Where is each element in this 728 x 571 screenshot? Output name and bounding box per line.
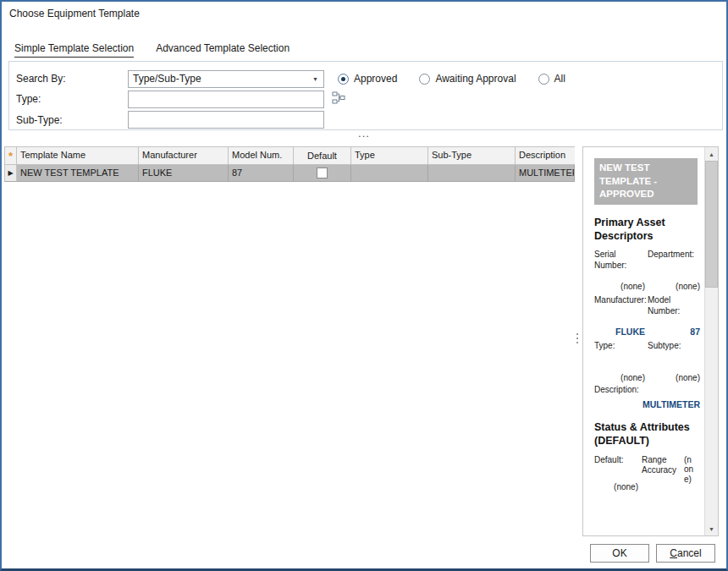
column-header-sub-type[interactable]: Sub-Type	[428, 146, 516, 165]
template-grid: * Template Name Manufacturer Model Num. …	[4, 146, 575, 182]
hierarchy-lookup-icon	[332, 91, 345, 107]
manufacturer-field: Manufacturer: FLUKE	[594, 295, 645, 338]
detail-header-badge: NEW TEST TEMPLATE - APPROVED	[594, 158, 698, 205]
type-field: Type: (none)	[594, 341, 645, 383]
grid-row-new-test-template[interactable]: ▶ NEW TEST TEMPLATE FLUKE 87 MULTIMETER	[4, 165, 575, 182]
type-lookup-button[interactable]	[329, 91, 348, 107]
range-accuracy-value: (none)	[684, 455, 696, 485]
cell-manufacturer[interactable]: FLUKE	[139, 165, 229, 182]
radio-approved[interactable]: Approved	[338, 73, 397, 85]
cell-type[interactable]	[351, 165, 428, 182]
cell-default	[294, 165, 351, 182]
search-panel: Search By: Type/Sub-Type ▼ Approved Awai…	[8, 61, 723, 130]
dialog-titlebar: Choose Equipment Template	[2, 2, 726, 24]
radio-unselected-icon	[538, 74, 549, 85]
department-value: (none)	[648, 282, 700, 292]
manufacturer-value: FLUKE	[594, 327, 645, 338]
radio-unselected-icon	[419, 74, 430, 85]
column-header-template-name[interactable]: Template Name	[17, 146, 139, 165]
serial-number-value: (none)	[594, 282, 645, 292]
subtype-input[interactable]	[128, 111, 324, 129]
search-by-selected-value: Type/Sub-Type	[133, 73, 201, 85]
detail-scrollbar[interactable]: ▲ ▼	[704, 147, 718, 535]
type-row: Type:	[9, 90, 722, 108]
detail-subtype-label: Subtype:	[648, 341, 700, 352]
cancel-button[interactable]: Cancel	[656, 544, 715, 563]
scroll-down-icon[interactable]: ▼	[705, 522, 718, 535]
description-label: Description:	[594, 385, 700, 396]
horizontal-splitter[interactable]: ...	[2, 130, 726, 138]
cell-description[interactable]: MULTIMETER	[516, 165, 575, 182]
search-by-dropdown[interactable]: Type/Sub-Type ▼	[128, 70, 324, 88]
department-field: Department: (none)	[648, 250, 700, 292]
row-indicator-icon: ▶	[8, 170, 13, 177]
subtype-field: Subtype: (none)	[648, 341, 700, 383]
model-number-value: 87	[648, 327, 700, 338]
vertical-splitter[interactable]	[576, 333, 579, 343]
department-label: Department:	[648, 250, 700, 261]
choose-equipment-template-dialog: Choose Equipment Template Simple Templat…	[0, 0, 728, 571]
description-value: MULTIMETER	[594, 399, 700, 410]
detail-type-value: (none)	[594, 373, 645, 383]
cell-template-name[interactable]: NEW TEST TEMPLATE	[17, 165, 139, 182]
default-value: (none)	[594, 482, 638, 492]
radio-selected-icon	[338, 74, 349, 85]
type-label: Type:	[16, 93, 128, 105]
detail-subtype-value: (none)	[648, 373, 700, 383]
ok-button[interactable]: OK	[590, 544, 649, 563]
search-by-row: Search By: Type/Sub-Type ▼ Approved Awai…	[9, 69, 722, 88]
default-field: Default: (none)	[594, 455, 638, 492]
model-number-field: Model Number: 87	[648, 295, 700, 338]
grid-header-row: * Template Name Manufacturer Model Num. …	[4, 146, 575, 165]
scroll-up-icon[interactable]: ▲	[705, 147, 718, 161]
status-attributes-heading: Status & Attributes (DEFAULT)	[594, 420, 694, 448]
default-label: Default:	[594, 455, 638, 466]
scrollbar-track[interactable]	[705, 161, 718, 522]
tab-strip: Simple Template Selection Advanced Templ…	[14, 42, 290, 58]
detail-panel: NEW TEST TEMPLATE - APPROVED Primary Ass…	[582, 146, 719, 536]
range-accuracy-label: Range Accuracy	[642, 455, 681, 476]
status-fields: Default: (none) Range Accuracy (none)	[594, 455, 700, 492]
detail-type-label: Type:	[594, 341, 645, 352]
tab-advanced-template-selection[interactable]: Advanced Template Selection	[156, 42, 290, 58]
primary-descriptors-heading: Primary Asset Descriptors	[594, 216, 694, 244]
dialog-title: Choose Equipment Template	[9, 8, 140, 19]
subtype-label: Sub-Type:	[16, 114, 128, 126]
radio-all-label: All	[554, 73, 565, 85]
descriptor-fields: Serial Number: (none) Department: (none)…	[594, 250, 700, 383]
radio-all[interactable]: All	[538, 73, 565, 85]
radio-awaiting-approval-label: Awaiting Approval	[435, 73, 516, 85]
grid-corner-cell: *	[4, 146, 17, 165]
range-accuracy-field: Range Accuracy	[642, 455, 681, 492]
column-header-default[interactable]: Default	[294, 146, 351, 165]
approval-radio-group: Approved Awaiting Approval All	[338, 73, 565, 85]
detail-content: NEW TEST TEMPLATE - APPROVED Primary Ass…	[583, 147, 704, 535]
column-header-description[interactable]: Description	[516, 146, 575, 165]
tab-simple-template-selection[interactable]: Simple Template Selection	[14, 42, 134, 58]
column-header-model-num[interactable]: Model Num.	[229, 146, 294, 165]
cell-sub-type[interactable]	[428, 165, 516, 182]
manufacturer-label: Manufacturer:	[594, 295, 645, 306]
model-number-label: Model Number:	[648, 295, 700, 316]
scrollbar-thumb[interactable]	[705, 161, 718, 288]
range-accuracy-value-cell: (none)	[684, 455, 696, 492]
search-by-label: Search By:	[16, 73, 128, 85]
radio-approved-label: Approved	[354, 73, 397, 85]
radio-awaiting-approval[interactable]: Awaiting Approval	[419, 73, 516, 85]
row-indicator-cell: ▶	[4, 165, 17, 182]
description-field: Description: MULTIMETER	[594, 385, 700, 409]
default-checkbox[interactable]	[317, 167, 328, 178]
cell-model-num[interactable]: 87	[229, 165, 294, 182]
new-row-star-icon: *	[8, 151, 13, 162]
column-header-type[interactable]: Type	[351, 146, 428, 165]
serial-number-field: Serial Number: (none)	[594, 250, 645, 292]
type-input[interactable]	[128, 91, 324, 108]
chevron-down-icon: ▼	[312, 76, 318, 82]
serial-number-label: Serial Number:	[594, 250, 645, 271]
column-header-manufacturer[interactable]: Manufacturer	[139, 146, 229, 165]
